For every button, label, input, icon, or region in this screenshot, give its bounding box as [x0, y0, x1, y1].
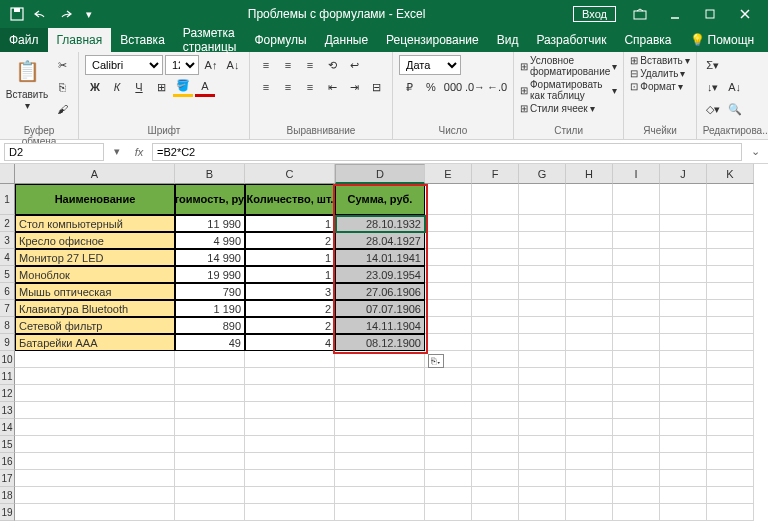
cell-empty[interactable] — [660, 232, 707, 249]
row-header-18[interactable]: 18 — [0, 487, 15, 504]
cell-empty[interactable] — [519, 402, 566, 419]
border-icon[interactable]: ⊞ — [151, 77, 171, 97]
cell-empty[interactable] — [245, 351, 335, 368]
cell-empty[interactable] — [335, 453, 425, 470]
cell-styles-button[interactable]: ⊞ Стили ячеек ▾ — [520, 103, 595, 114]
cell-empty[interactable] — [472, 368, 519, 385]
cell-empty[interactable] — [519, 232, 566, 249]
merge-icon[interactable]: ⊟ — [366, 77, 386, 97]
cell-empty[interactable] — [425, 334, 472, 351]
cell-empty[interactable] — [566, 215, 613, 232]
cell-empty[interactable] — [660, 504, 707, 521]
cell-empty[interactable] — [425, 385, 472, 402]
cancel-formula-icon[interactable]: ▾ — [108, 143, 126, 161]
row-header-11[interactable]: 11 — [0, 368, 15, 385]
cell-empty[interactable] — [613, 402, 660, 419]
cell-empty[interactable] — [425, 487, 472, 504]
cell-empty[interactable] — [15, 419, 175, 436]
header-qty[interactable]: Количество, шт. — [245, 184, 335, 215]
delete-cells-button[interactable]: ⊟ Удалить ▾ — [630, 68, 685, 79]
cell-empty[interactable] — [15, 436, 175, 453]
cell-empty[interactable] — [613, 453, 660, 470]
cell-empty[interactable] — [519, 419, 566, 436]
col-header-H[interactable]: H — [566, 164, 613, 184]
cell-empty[interactable] — [335, 504, 425, 521]
clear-icon[interactable]: ◇▾ — [703, 99, 723, 119]
tab-formulas[interactable]: Формулы — [245, 28, 315, 52]
cell-empty[interactable] — [660, 334, 707, 351]
cell-empty[interactable] — [472, 419, 519, 436]
cell-empty[interactable] — [566, 402, 613, 419]
cell-empty[interactable] — [15, 368, 175, 385]
cell-empty[interactable] — [613, 470, 660, 487]
cell-empty[interactable] — [425, 419, 472, 436]
cell-empty[interactable] — [472, 385, 519, 402]
cell-empty[interactable] — [707, 470, 754, 487]
cell-empty[interactable] — [660, 184, 707, 215]
fx-icon[interactable]: fx — [130, 143, 148, 161]
cell-empty[interactable] — [660, 283, 707, 300]
cell-empty[interactable] — [660, 368, 707, 385]
minimize-icon[interactable] — [658, 3, 692, 25]
row-header-3[interactable]: 3 — [0, 232, 15, 249]
ribbon-options-icon[interactable] — [623, 3, 657, 25]
row-header-15[interactable]: 15 — [0, 436, 15, 453]
cell-empty[interactable] — [425, 436, 472, 453]
cell-empty[interactable] — [613, 334, 660, 351]
format-painter-icon[interactable]: 🖌 — [52, 99, 72, 119]
format-cells-button[interactable]: ⊡ Формат ▾ — [630, 81, 683, 92]
cell-empty[interactable] — [335, 436, 425, 453]
tab-tellme[interactable]: 💡Помощн — [681, 28, 764, 52]
cell-D8[interactable]: 14.11.1904 — [335, 317, 425, 334]
cell-empty[interactable] — [519, 385, 566, 402]
cell-B4[interactable]: 14 990 — [175, 249, 245, 266]
increase-decimal-icon[interactable]: .0→ — [465, 77, 485, 97]
cell-A5[interactable]: Моноблок — [15, 266, 175, 283]
cell-empty[interactable] — [707, 249, 754, 266]
cell-empty[interactable] — [335, 470, 425, 487]
col-header-K[interactable]: K — [707, 164, 754, 184]
find-icon[interactable]: 🔍 — [725, 99, 745, 119]
cell-empty[interactable] — [472, 215, 519, 232]
paste-button[interactable]: 📋 Вставить ▾ — [6, 55, 48, 111]
insert-cells-button[interactable]: ⊞ Вставить ▾ — [630, 55, 689, 66]
row-header-12[interactable]: 12 — [0, 385, 15, 402]
row-header-1[interactable]: 1 — [0, 184, 15, 215]
cell-empty[interactable] — [613, 266, 660, 283]
cell-empty[interactable] — [660, 317, 707, 334]
cell-empty[interactable] — [519, 334, 566, 351]
col-header-D[interactable]: D — [335, 164, 425, 184]
cell-empty[interactable] — [660, 487, 707, 504]
cell-C4[interactable]: 1 — [245, 249, 335, 266]
cell-B8[interactable]: 890 — [175, 317, 245, 334]
cell-empty[interactable] — [472, 317, 519, 334]
increase-font-icon[interactable]: A↑ — [201, 55, 221, 75]
cell-empty[interactable] — [519, 215, 566, 232]
col-header-E[interactable]: E — [425, 164, 472, 184]
cell-empty[interactable] — [660, 453, 707, 470]
tab-developer[interactable]: Разработчик — [527, 28, 615, 52]
cell-D4[interactable]: 14.01.1941 — [335, 249, 425, 266]
cell-C3[interactable]: 2 — [245, 232, 335, 249]
cell-empty[interactable] — [660, 351, 707, 368]
cell-empty[interactable] — [472, 300, 519, 317]
cell-empty[interactable] — [425, 504, 472, 521]
currency-icon[interactable]: ₽ — [399, 77, 419, 97]
cell-empty[interactable] — [613, 385, 660, 402]
tab-insert[interactable]: Вставка — [111, 28, 174, 52]
cell-empty[interactable] — [425, 402, 472, 419]
maximize-icon[interactable] — [693, 3, 727, 25]
cell-empty[interactable] — [566, 470, 613, 487]
align-left-icon[interactable]: ≡ — [256, 77, 276, 97]
cell-empty[interactable] — [245, 487, 335, 504]
fill-icon[interactable]: ↓▾ — [703, 77, 723, 97]
cell-A8[interactable]: Сетевой фильтр — [15, 317, 175, 334]
number-format-select[interactable]: Дата — [399, 55, 461, 75]
tab-home[interactable]: Главная — [48, 28, 112, 52]
cell-empty[interactable] — [613, 351, 660, 368]
expand-formula-icon[interactable]: ⌄ — [746, 143, 764, 161]
row-header-4[interactable]: 4 — [0, 249, 15, 266]
cell-D2[interactable]: 28.10.1932 — [335, 215, 425, 232]
cell-empty[interactable] — [566, 300, 613, 317]
cell-empty[interactable] — [472, 266, 519, 283]
